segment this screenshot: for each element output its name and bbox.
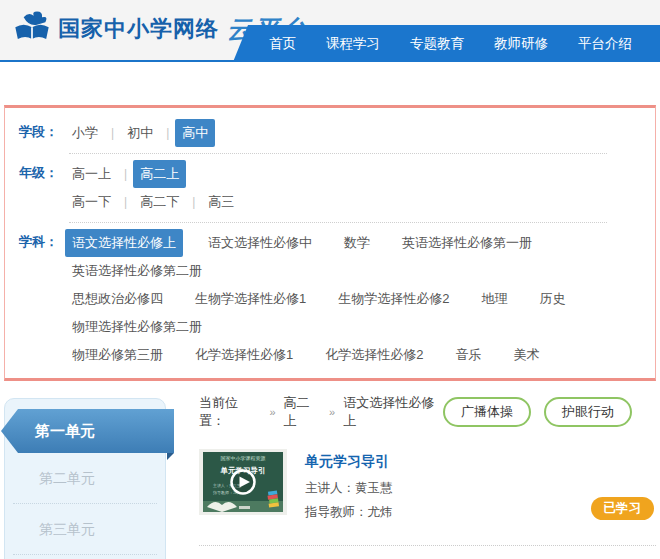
subject-label: 学科：: [19, 229, 65, 255]
subject-option-geography[interactable]: 地理: [474, 285, 514, 313]
divider: |: [166, 120, 169, 146]
subject-option-chinese-elective-1[interactable]: 语文选择性必修上: [65, 229, 183, 257]
main-panel: 当前位置： » 高二上 » 语文选择性必修上 广播体操 护眼行动 国家中小学课程…: [199, 398, 656, 559]
stage-option-junior[interactable]: 初中: [120, 119, 160, 147]
nav-item-special-education[interactable]: 专题教育: [410, 35, 464, 53]
breadcrumb-subject[interactable]: 语文选择性必修上: [343, 394, 443, 430]
subject-option-chemistry-2[interactable]: 化学选择性必修2: [318, 341, 430, 369]
breadcrumb-label: 当前位置：: [199, 394, 261, 430]
subject-option-music[interactable]: 音乐: [448, 341, 488, 369]
nav-item-home[interactable]: 首页: [269, 35, 296, 53]
book-bird-logo-icon: [12, 9, 52, 49]
breadcrumb-grade[interactable]: 高二上: [284, 394, 321, 430]
content: 第一单元 第二单元 第三单元 第四单元 当前位置： » 高二上 » 语文选择性必…: [4, 398, 656, 559]
lesson-title[interactable]: 单元学习导引: [305, 453, 393, 471]
learned-status-badge: 已学习: [591, 497, 655, 520]
subject-option-politics[interactable]: 思想政治必修四: [65, 285, 170, 313]
lesson-advisor: 指导教师：尤炜: [305, 504, 393, 521]
filter-row-subject: 学科： 语文选择性必修上 语文选择性必修中 数学 英语选择性必修第一册 英语选择…: [19, 229, 641, 369]
breadcrumb: 当前位置： » 高二上 » 语文选择性必修上 广播体操 护眼行动: [199, 398, 656, 426]
subject-option-history[interactable]: 历史: [532, 285, 572, 313]
subject-option-biology-1[interactable]: 生物学选择性必修1: [188, 285, 313, 313]
grade-option-g2-1[interactable]: 高二上: [133, 160, 186, 188]
unit-sidebar: 第一单元 第二单元 第三单元 第四单元: [4, 398, 166, 559]
subject-option-physics-3[interactable]: 物理必修第三册: [65, 341, 170, 369]
lesson-lecturer: 主讲人：黄玉慧: [305, 480, 393, 497]
subject-option-english-elective-2[interactable]: 英语选择性必修第二册: [65, 257, 209, 285]
subject-option-english-elective-1[interactable]: 英语选择性必修第一册: [395, 229, 539, 257]
grade-option-g3[interactable]: 高三: [201, 188, 241, 216]
divider: |: [192, 189, 195, 215]
subject-option-biology-2[interactable]: 生物学选择性必修2: [331, 285, 456, 313]
subject-option-physics-elective-2[interactable]: 物理选择性必修第二册: [65, 313, 209, 341]
grade-option-g2-2[interactable]: 高二下: [133, 188, 186, 216]
breadcrumb-separator: »: [269, 406, 275, 418]
ribbon-fold: [167, 453, 174, 460]
video-thumbnail[interactable]: 国家中小学课程资源 单元学习导引 主讲人：黄玉慧 指导教师：尤炜: [199, 449, 287, 515]
dotted-separator: [69, 222, 607, 223]
sidebar-item-unit2[interactable]: 第二单元: [13, 453, 157, 504]
stage-option-senior[interactable]: 高中: [175, 119, 215, 147]
grade-option-g1-1[interactable]: 高一上: [65, 160, 118, 188]
filter-row-stage: 学段： 小学 | 初中 | 高中: [19, 119, 641, 147]
filter-row-grade: 年级： 高一上 | 高二上 高一下 | 高二下 | 高三: [19, 160, 641, 216]
filter-panel: 学段： 小学 | 初中 | 高中 年级： 高一上 | 高二上 高一下 | 高二下: [4, 105, 656, 381]
grade-option-g1-2[interactable]: 高一下: [65, 188, 118, 216]
divider: |: [111, 120, 114, 146]
eye-care-button[interactable]: 护眼行动: [544, 397, 632, 427]
nav-item-courses[interactable]: 课程学习: [326, 35, 380, 53]
breadcrumb-separator: »: [329, 406, 335, 418]
sidebar-item-unit3[interactable]: 第三单元: [13, 504, 157, 555]
nav-item-teacher-training[interactable]: 教师研修: [494, 35, 548, 53]
header: 国家中小学网络 云平台 首页 课程学习 专题教育 教师研修 平台介绍: [0, 0, 660, 62]
lesson-list: 国家中小学课程资源 单元学习导引 主讲人：黄玉慧 指导教师：尤炜: [199, 449, 656, 559]
subject-option-art[interactable]: 美术: [506, 341, 546, 369]
svg-text:国家中小学课程资源: 国家中小学课程资源: [221, 455, 266, 462]
dotted-separator: [69, 153, 607, 154]
divider: |: [124, 189, 127, 215]
nav-item-platform-intro[interactable]: 平台介绍: [578, 35, 632, 53]
subject-option-chemistry-1[interactable]: 化学选择性必修1: [188, 341, 300, 369]
broadcast-exercise-button[interactable]: 广播体操: [443, 397, 531, 427]
sidebar-item-unit1[interactable]: 第一单元: [1, 409, 174, 453]
grade-label: 年级：: [19, 160, 65, 186]
stage-label: 学段：: [19, 119, 65, 145]
sidebar-item-unit4[interactable]: 第四单元: [13, 555, 157, 559]
subject-option-math[interactable]: 数学: [337, 229, 377, 257]
stage-option-primary[interactable]: 小学: [65, 119, 105, 147]
subject-option-chinese-elective-2[interactable]: 语文选择性必修中: [201, 229, 319, 257]
divider: |: [124, 161, 127, 187]
lesson-card: 国家中小学课程资源 单元学习导引 主讲人：黄玉慧 指导教师：尤炜: [199, 449, 656, 546]
logo-title: 国家中小学网络: [58, 14, 219, 44]
main-nav: 首页 课程学习 专题教育 教师研修 平台介绍: [233, 25, 660, 62]
